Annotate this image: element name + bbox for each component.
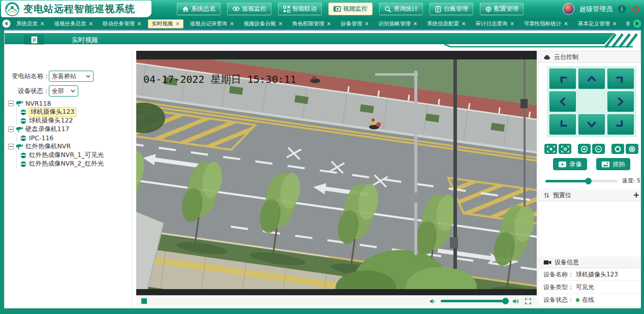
stop-button[interactable]	[141, 298, 147, 304]
ptz-up-button[interactable]	[578, 69, 605, 89]
tab-label: 审计日志查询	[475, 20, 507, 27]
collapse-icon[interactable]	[8, 127, 14, 132]
record-button[interactable]: 录像	[553, 158, 587, 170]
tab-close-icon[interactable]: ×	[612, 21, 617, 26]
tab-close-icon[interactable]: ×	[175, 21, 179, 26]
tab-device-management[interactable]: 设备管理×	[338, 19, 372, 28]
focus-near-button[interactable]	[544, 144, 557, 154]
volume-slider[interactable]	[441, 300, 508, 302]
user-name: 超级管理员	[579, 5, 612, 14]
tab-close-icon[interactable]: ×	[40, 21, 44, 26]
volume-thumb[interactable]	[502, 298, 509, 304]
tab-label: 巡视点记录查询	[190, 20, 228, 27]
ptz-down-left-button[interactable]	[549, 114, 576, 135]
nav-system-overview[interactable]: 系统总览	[177, 3, 221, 15]
snapshot-label: 抓拍	[613, 160, 625, 169]
tab-audit-log-query[interactable]: 审计日志查询×	[472, 19, 517, 28]
tab-close-icon[interactable]: ×	[510, 21, 514, 26]
tab-close-icon[interactable]: ×	[137, 21, 141, 26]
tab-label: 设备管理	[341, 20, 362, 27]
speaker-low-icon[interactable]	[430, 298, 436, 304]
power-icon[interactable]	[631, 5, 640, 13]
tree-node-camera[interactable]: 红外热成像NVR_2_红外光	[20, 160, 131, 168]
tab-basic-definition[interactable]: 基本定义管理×	[575, 19, 620, 28]
tree-node-camera[interactable]: 球机摄像头123	[20, 108, 131, 116]
iris-close-button[interactable]	[626, 144, 638, 154]
dome-camera-icon	[20, 161, 27, 168]
device-info-label: 设备类型：	[543, 283, 576, 292]
dome-camera-icon	[20, 135, 27, 142]
speed-slider[interactable]	[545, 180, 618, 182]
tab-video-device-ledger[interactable]: 视频设备台账×	[240, 19, 285, 28]
tune-icon	[543, 192, 550, 199]
tab-linkage-task-management[interactable]: 联动任务管理×	[100, 19, 144, 28]
tab-close-icon[interactable]: ×	[88, 21, 93, 26]
tab-role-permission-management[interactable]: 角色权限管理×	[289, 19, 334, 28]
arrow-icon	[612, 70, 629, 87]
focus-far-button[interactable]	[559, 144, 571, 154]
record-label: 录像	[570, 160, 582, 169]
collapse-icon[interactable]	[8, 144, 14, 149]
nav-query-statistics[interactable]: 查询统计	[379, 3, 423, 15]
ptz-up-right-button[interactable]	[607, 69, 634, 89]
zoom-in-button[interactable]	[578, 144, 591, 154]
search-icon	[384, 6, 391, 13]
ptz-up-left-button[interactable]	[549, 69, 576, 89]
device-info-value: 在线	[582, 296, 594, 304]
station-select[interactable]: 东善桥站	[49, 71, 94, 82]
nav-smart-linkage[interactable]: 智能联动	[278, 3, 322, 15]
nav-ledger-management[interactable]: 台账管理	[430, 3, 473, 15]
app-title: 变电站远程智能巡视系统	[23, 3, 135, 16]
tab-close-icon[interactable]: ×	[278, 21, 282, 26]
tab-label: 角色权限管理	[292, 20, 324, 27]
add-preset-button[interactable]: +	[633, 191, 639, 200]
tree-node-nvr[interactable]: NVR118	[8, 99, 131, 108]
frame-left	[0, 29, 4, 314]
tree-node-camera[interactable]: IPC-116	[20, 134, 131, 142]
tab-system-overview[interactable]: 系统总览×	[13, 19, 47, 28]
ptz-down-right-button[interactable]	[607, 114, 634, 135]
avatar[interactable]	[563, 3, 574, 15]
zoom-out-button[interactable]	[592, 144, 605, 154]
tab-live-video[interactable]: 实时视频×	[148, 19, 183, 28]
tab-close-icon[interactable]: ×	[413, 21, 417, 26]
status-value: 全部	[52, 87, 64, 96]
iris-open-button[interactable]	[611, 144, 624, 154]
tab-close-icon[interactable]: ×	[564, 21, 568, 26]
tab-close-icon[interactable]: ×	[327, 21, 331, 26]
nav-video-monitor[interactable]: 视频监控	[328, 3, 373, 15]
info-icon[interactable]	[618, 5, 626, 13]
nav-label: 巡视监控	[242, 5, 266, 13]
tree-node-nvr[interactable]: 红外热像机NVR	[8, 142, 131, 151]
tab-reliability-stats[interactable]: 可靠性指标统计×	[521, 19, 571, 28]
collapse-icon[interactable]	[8, 101, 14, 106]
preset-section-header: 预置位 +	[538, 190, 644, 201]
snapshot-button[interactable]: 抓拍	[596, 158, 630, 170]
tree-node-nvr[interactable]: 硬盘录像机117	[8, 125, 131, 134]
ptz-left-button[interactable]	[549, 91, 576, 112]
tab-recognition-strategy[interactable]: 识别策略管理×	[376, 19, 420, 28]
tab-close-icon[interactable]: ×	[462, 21, 466, 26]
tab-close-icon[interactable]: ×	[230, 21, 234, 26]
status-select[interactable]: 全部	[49, 85, 78, 97]
tree-node-camera[interactable]: 球机摄像头122	[20, 116, 131, 125]
speed-thumb[interactable]	[585, 178, 592, 184]
ptz-down-button[interactable]	[578, 114, 605, 135]
tab-close-icon[interactable]: ×	[364, 21, 369, 26]
tab-scroll-right-icon[interactable]	[633, 19, 641, 28]
ptz-right-button[interactable]	[607, 91, 634, 112]
fullscreen-icon[interactable]	[525, 298, 532, 305]
tab-patrol-point-records[interactable]: 巡视点记录查询×	[187, 19, 237, 28]
nav-config-management[interactable]: 配置管理	[480, 3, 524, 15]
tab-system-info-config[interactable]: 系统信息配置×	[424, 19, 469, 28]
arrow-icon	[612, 116, 629, 133]
logo-card: 变电站远程智能巡视系统	[1, 1, 151, 17]
video-player[interactable]: 04-17-2022 星期日 15:30:11	[136, 51, 537, 306]
speaker-high-icon[interactable]	[512, 298, 520, 304]
tab-patrol-task-overview[interactable]: 巡视任务总览×	[51, 19, 96, 28]
device-info-section-header: 设备信息	[538, 257, 644, 268]
tab-silent-monitor-alarm[interactable]: 静默监视告警查询×	[623, 19, 630, 28]
tab-scroll-left-icon[interactable]	[2, 19, 11, 28]
tree-node-camera[interactable]: 红外热成像NVR_1_可见光	[20, 151, 131, 160]
nav-patrol-monitor[interactable]: 巡视监控	[227, 3, 271, 15]
